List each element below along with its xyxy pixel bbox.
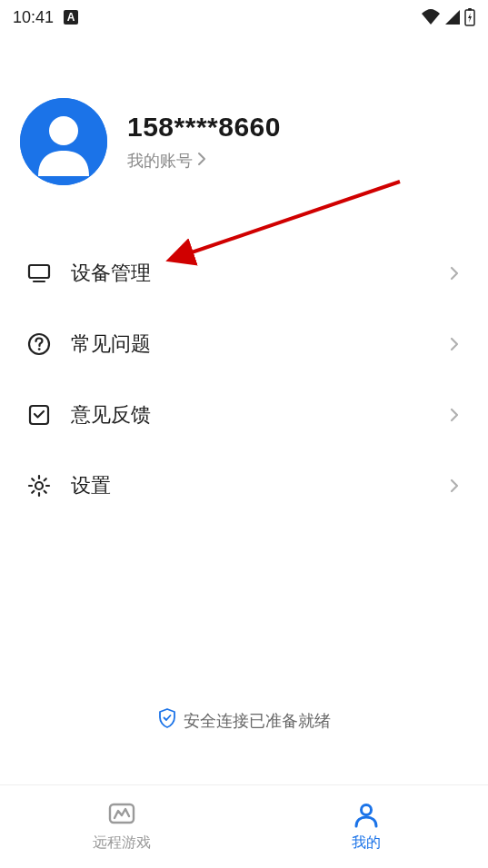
profile-info: 158****8660 我的账号 bbox=[127, 112, 281, 172]
status-time: 10:41 bbox=[13, 8, 54, 27]
menu-item-feedback[interactable]: 意见反馈 bbox=[0, 380, 488, 450]
profile-phone: 158****8660 bbox=[127, 112, 281, 143]
secure-status-line: 安全连接已准备就绪 bbox=[0, 708, 488, 733]
svg-point-11 bbox=[35, 482, 43, 489]
feedback-icon bbox=[27, 403, 51, 427]
svg-point-5 bbox=[49, 116, 78, 145]
svg-rect-6 bbox=[29, 265, 49, 278]
chevron-right-icon bbox=[448, 335, 461, 353]
chevron-right-icon bbox=[194, 152, 209, 171]
chevron-right-icon bbox=[448, 406, 461, 424]
avatar bbox=[20, 98, 107, 185]
menu-item-label: 设备管理 bbox=[71, 260, 448, 287]
profile-account-link[interactable]: 我的账号 bbox=[127, 150, 281, 172]
help-circle-icon bbox=[27, 332, 51, 356]
menu-item-label: 常见问题 bbox=[71, 330, 448, 358]
monitor-icon bbox=[27, 261, 51, 285]
nav-item-label: 远程游戏 bbox=[93, 833, 151, 853]
profile-header[interactable]: 158****8660 我的账号 bbox=[0, 35, 488, 212]
menu-item-label: 设置 bbox=[71, 472, 448, 499]
nav-item-remote-game[interactable]: 远程游戏 bbox=[0, 785, 244, 868]
bottom-nav: 远程游戏 我的 bbox=[0, 784, 488, 868]
battery-charging-icon bbox=[464, 8, 475, 26]
status-left: 10:41 A bbox=[13, 8, 79, 27]
svg-point-9 bbox=[38, 348, 41, 350]
svg-text:A: A bbox=[67, 11, 75, 24]
chevron-right-icon bbox=[448, 477, 461, 495]
menu-item-settings[interactable]: 设置 bbox=[0, 450, 488, 521]
status-bar: 10:41 A bbox=[0, 0, 488, 35]
menu-list: 设备管理 常见问题 意见反馈 设置 bbox=[0, 238, 488, 521]
svg-rect-3 bbox=[468, 8, 472, 11]
secure-status-text: 安全连接已准备就绪 bbox=[184, 710, 331, 732]
status-right bbox=[421, 8, 475, 26]
wifi-icon bbox=[421, 9, 441, 25]
nav-item-label: 我的 bbox=[352, 833, 381, 853]
menu-item-device-management[interactable]: 设备管理 bbox=[0, 238, 488, 309]
profile-icon bbox=[350, 801, 383, 830]
nav-item-mine[interactable]: 我的 bbox=[244, 785, 489, 868]
gear-icon bbox=[27, 474, 51, 498]
menu-item-faq[interactable]: 常见问题 bbox=[0, 309, 488, 380]
remote-game-icon bbox=[105, 801, 138, 830]
chevron-right-icon bbox=[448, 264, 461, 282]
menu-item-label: 意见反馈 bbox=[71, 401, 448, 429]
svg-point-13 bbox=[361, 805, 371, 815]
signal-icon bbox=[444, 9, 461, 25]
keyboard-a-icon: A bbox=[63, 9, 79, 25]
shield-check-icon bbox=[158, 708, 176, 733]
profile-account-label: 我的账号 bbox=[127, 150, 193, 172]
